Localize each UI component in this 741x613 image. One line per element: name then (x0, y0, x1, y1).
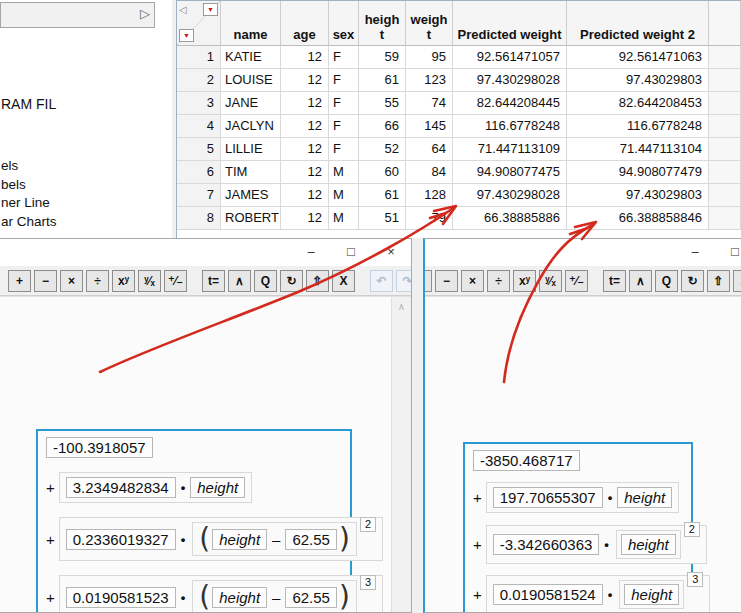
column-header[interactable]: weigh t (406, 1, 453, 46)
power-group-box[interactable]: height (619, 580, 684, 609)
row-number-cell[interactable]: 1 (177, 46, 221, 69)
sidebar-item[interactable]: ner Line (1, 194, 57, 213)
delete-x-button[interactable]: X (332, 270, 355, 292)
predicted-weight-2-cell[interactable]: 97.43029803 (567, 184, 709, 207)
formula-expression-frame[interactable]: -3850.468717+197.70655307•height+-3.3426… (463, 442, 693, 613)
predicted-weight-cell[interactable]: 92.561471057 (453, 46, 567, 69)
age-cell[interactable]: 12 (281, 184, 329, 207)
scroll-up-icon[interactable]: ∧ (398, 301, 405, 312)
exponent-box[interactable]: 3 (360, 575, 376, 590)
rotate-button[interactable]: ↻ (280, 270, 303, 292)
name-cell[interactable]: JANE (221, 92, 281, 115)
term-group-box[interactable]: 3.2349482834•height (59, 472, 252, 503)
name-cell[interactable]: TIM (221, 161, 281, 184)
term-group-box[interactable]: 197.70655307•height (486, 482, 679, 513)
loupe-button[interactable]: Q (655, 270, 678, 292)
sex-cell[interactable]: F (329, 115, 359, 138)
weight-cell[interactable]: 64 (406, 138, 453, 161)
predicted-weight-2-cell[interactable]: 82.644208453 (567, 92, 709, 115)
term-group-box[interactable]: -3.342660363•height2 (486, 525, 707, 564)
column-header[interactable]: Predicted weight 2 (567, 1, 709, 46)
name-cell[interactable]: KATIE (221, 46, 281, 69)
row-number-cell[interactable]: 2 (177, 69, 221, 92)
delete-x-button[interactable]: X (733, 270, 741, 292)
predicted-weight-cell[interactable]: 71.447113109 (453, 138, 567, 161)
predicted-weight-2-cell[interactable]: 66.388858846 (567, 207, 709, 230)
coefficient-box[interactable]: 0.0190581523 (66, 587, 176, 608)
predicted-weight-cell[interactable]: 116.6778248 (453, 115, 567, 138)
variable-box[interactable]: height (617, 487, 672, 508)
multiply-button[interactable]: × (461, 270, 484, 292)
exponent-box[interactable]: 3 (687, 572, 703, 587)
term-group-box[interactable]: 0.0190581524•height3 (486, 575, 711, 613)
column-header[interactable]: Predicted weight (453, 1, 567, 46)
column-header[interactable]: age (281, 1, 329, 46)
predicted-weight-cell[interactable]: 66.38885886 (453, 207, 567, 230)
t-equals-button[interactable]: t= (202, 270, 225, 292)
term-group-box[interactable]: 0.2336019327•(height–62.55)2 (59, 517, 383, 561)
weight-cell[interactable]: 123 (406, 69, 453, 92)
loupe-button[interactable]: Q (254, 270, 277, 292)
maximize-button[interactable]: □ (331, 239, 371, 265)
weight-cell[interactable]: 79 (406, 207, 453, 230)
height-cell[interactable]: 60 (359, 161, 406, 184)
coefficient-box[interactable]: 0.2336019327 (66, 529, 176, 550)
coefficient-box[interactable]: 0.0190581524 (493, 584, 603, 605)
coefficient-box[interactable]: 3.2349482834 (66, 477, 176, 498)
coefficient-box[interactable]: -3.342660363 (493, 534, 600, 555)
peel-caret-button[interactable]: ∧ (228, 270, 251, 292)
height-cell[interactable]: 61 (359, 184, 406, 207)
name-cell[interactable]: LOUISE (221, 69, 281, 92)
name-cell[interactable]: ROBERT (221, 207, 281, 230)
age-cell[interactable]: 12 (281, 138, 329, 161)
multiply-button[interactable]: × (60, 270, 83, 292)
height-cell[interactable]: 59 (359, 46, 406, 69)
row-number-cell[interactable]: 8 (177, 207, 221, 230)
weight-cell[interactable]: 128 (406, 184, 453, 207)
rotate-button[interactable]: ↻ (681, 270, 704, 292)
row-number-cell[interactable]: 7 (177, 184, 221, 207)
root-button[interactable]: ʸ⁄ₓ (539, 270, 562, 292)
age-cell[interactable]: 12 (281, 161, 329, 184)
minus-button[interactable]: − (435, 270, 458, 292)
age-cell[interactable]: 12 (281, 46, 329, 69)
row-number-cell[interactable]: 5 (177, 138, 221, 161)
row-number-cell[interactable]: 4 (177, 115, 221, 138)
vertical-scrollbar[interactable]: ∧ (391, 297, 411, 613)
predicted-weight-2-cell[interactable]: 116.6778248 (567, 115, 709, 138)
t-equals-button[interactable]: t= (603, 270, 626, 292)
variable-box[interactable]: height (212, 529, 267, 550)
apply-up-button[interactable]: ⇧ (707, 270, 730, 292)
name-cell[interactable]: JACLYN (221, 115, 281, 138)
sign-toggle-button[interactable]: ⁺⁄₋ (565, 270, 588, 292)
predicted-weight-cell[interactable]: 97.430298028 (453, 184, 567, 207)
height-cell[interactable]: 61 (359, 69, 406, 92)
weight-cell[interactable]: 145 (406, 115, 453, 138)
variable-box[interactable]: height (624, 584, 679, 605)
predicted-weight-cell[interactable]: 82.644208445 (453, 92, 567, 115)
intercept-value-box[interactable]: -3850.468717 (473, 450, 580, 471)
sex-cell[interactable]: F (329, 92, 359, 115)
predicted-weight-2-cell[interactable]: 97.43029803 (567, 69, 709, 92)
predicted-weight-2-cell[interactable]: 92.561471063 (567, 46, 709, 69)
row-number-cell[interactable]: 6 (177, 161, 221, 184)
sidebar-collapsed-panel-header[interactable]: ▷ (0, 2, 155, 28)
rows-menu-icon[interactable]: ▼ (179, 29, 194, 42)
sex-cell[interactable]: M (329, 207, 359, 230)
sidebar-item[interactable]: els (1, 157, 57, 176)
sex-cell[interactable]: F (329, 69, 359, 92)
age-cell[interactable]: 12 (281, 92, 329, 115)
minimize-button[interactable]: – (291, 239, 331, 265)
height-cell[interactable]: 51 (359, 207, 406, 230)
maximize-button[interactable]: □ (715, 239, 741, 265)
row-number-cell[interactable]: 3 (177, 92, 221, 115)
column-header[interactable]: heigh t (359, 1, 406, 46)
divide-button[interactable]: ÷ (487, 270, 510, 292)
plus-button[interactable]: + (423, 270, 432, 292)
minus-button[interactable]: − (34, 270, 57, 292)
coefficient-box[interactable]: 197.70655307 (493, 487, 603, 508)
paren-group-box[interactable]: (height–62.55) (192, 522, 357, 556)
sex-cell[interactable]: F (329, 46, 359, 69)
intercept-value-box[interactable]: -100.3918057 (46, 437, 153, 458)
sex-cell[interactable]: M (329, 161, 359, 184)
